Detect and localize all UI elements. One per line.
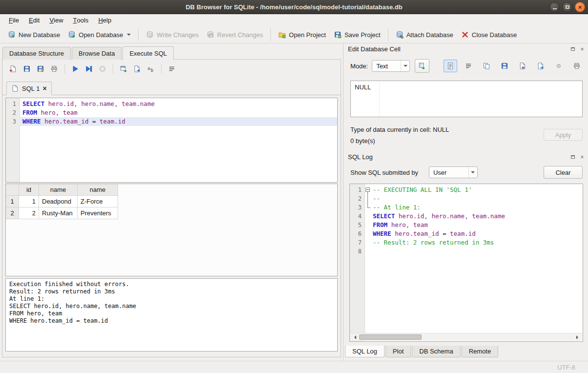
export-icon — [133, 65, 141, 73]
tab-database-structure[interactable]: Database Structure — [2, 47, 71, 60]
copy-button[interactable] — [480, 60, 493, 72]
line-number: 7 — [350, 238, 365, 247]
mode-combobox[interactable]: Text — [372, 60, 410, 72]
menu-help[interactable]: Help — [93, 14, 116, 26]
fold-collapse-icon[interactable] — [365, 187, 370, 192]
row-header[interactable]: 2 — [6, 207, 19, 219]
save-as-button[interactable] — [34, 62, 47, 75]
table-cell[interactable]: Z-Force — [78, 196, 118, 207]
open-sql-file-button[interactable] — [6, 62, 20, 75]
table-cell[interactable]: Rusty-Man — [39, 207, 78, 219]
dock-float-icon[interactable] — [569, 46, 576, 52]
column-header-name[interactable]: name — [78, 184, 118, 196]
save-sql-file-button[interactable] — [498, 60, 511, 72]
apply-button[interactable]: Apply — [544, 129, 583, 141]
log-line[interactable]: 4SELECT hero.id, hero.name, team.name — [350, 212, 583, 221]
tab-browse-data[interactable]: Browse Data — [72, 47, 122, 60]
save-project-icon — [334, 31, 342, 39]
toolbar-separator — [388, 28, 388, 41]
new-database-button[interactable]: New Database — [4, 29, 64, 41]
print-button[interactable] — [570, 60, 584, 72]
export-button[interactable] — [534, 60, 547, 72]
editor-line[interactable]: 3WHERE hero.team_id = team.id — [6, 117, 337, 126]
cell-content-editor[interactable]: NULL — [350, 81, 583, 117]
sql-log-view[interactable]: 1-- EXECUTING ALL IN 'SQL 1'2--3-- At li… — [349, 184, 583, 342]
print-button[interactable] — [47, 62, 61, 75]
minimize-button[interactable] — [549, 2, 560, 12]
word-wrap-button[interactable] — [462, 60, 475, 72]
log-line[interactable]: 7-- Result: 2 rows returned in 3ms — [350, 238, 583, 247]
log-line[interactable]: 8 — [350, 247, 583, 256]
scrollbar-thumb[interactable] — [359, 334, 422, 340]
attach-database-button[interactable]: Attach Database — [392, 29, 457, 41]
scrollbar-track[interactable] — [358, 333, 574, 341]
grid-corner[interactable] — [6, 184, 19, 196]
sql-tab[interactable]: SQL 1 × — [6, 82, 52, 95]
menu-view[interactable]: View — [44, 14, 68, 26]
log-line[interactable]: 2-- — [350, 194, 583, 203]
cell-size-text: 0 byte(s) — [350, 137, 375, 145]
maximize-button[interactable] — [562, 2, 572, 12]
import-icon — [519, 62, 527, 70]
column-header-name[interactable]: name — [39, 184, 78, 196]
menu-edit[interactable]: Edit — [24, 14, 44, 26]
titlebar[interactable]: DB Browser for SQLite - /home/user/code/… — [0, 0, 588, 14]
dock-close-icon[interactable]: × — [579, 154, 586, 160]
import-button[interactable] — [516, 60, 529, 72]
dropdown-caret-icon[interactable] — [127, 34, 131, 38]
table-cell[interactable]: Deadpond — [39, 196, 78, 207]
fold-margin[interactable] — [365, 186, 372, 194]
log-line[interactable]: 6WHERE hero.team_id = team.id — [350, 229, 583, 238]
menu-file[interactable]: File — [4, 14, 24, 26]
dock-close-icon[interactable]: × — [579, 46, 586, 52]
results-grid[interactable]: idnamename11DeadpondZ-Force22Rusty-ManPr… — [5, 184, 338, 276]
tab-remote[interactable]: Remote — [462, 346, 499, 357]
save-sql-file-button[interactable] — [20, 62, 34, 75]
column-header-id[interactable]: id — [19, 184, 39, 196]
tab-sql-log[interactable]: SQL Log — [345, 346, 385, 357]
editor-line[interactable]: 2FROM hero, team — [6, 108, 337, 117]
execute-all-button[interactable] — [68, 62, 82, 75]
word-wrap-button[interactable] — [165, 62, 179, 75]
tab-plot[interactable]: Plot — [385, 346, 411, 357]
save-sql-file-icon — [23, 65, 31, 73]
import-from-file-button[interactable] — [415, 59, 429, 73]
copy-icon — [483, 62, 490, 70]
close-button[interactable]: × — [575, 2, 585, 12]
toolbar-separator — [64, 64, 65, 73]
sql-tab-close-icon[interactable]: × — [42, 85, 46, 91]
horizontal-scrollbar[interactable] — [350, 333, 582, 341]
scroll-left-icon[interactable] — [350, 333, 358, 341]
row-header[interactable]: 1 — [6, 196, 19, 207]
editor-line[interactable]: 1SELECT hero.id, hero.name, team.name — [6, 100, 337, 108]
table-cell[interactable]: 2 — [19, 207, 39, 219]
table-cell[interactable]: Preventers — [78, 207, 118, 219]
log-filter-combobox[interactable]: User — [429, 166, 478, 178]
fold-margin — [365, 238, 372, 247]
text-mode-button[interactable] — [444, 60, 457, 72]
save-project-button[interactable]: Save Project — [330, 29, 385, 41]
sql-editor[interactable]: 1SELECT hero.id, hero.name, team.name2FR… — [5, 98, 338, 183]
log-line[interactable]: 5FROM hero, team — [350, 221, 583, 229]
export-button[interactable] — [130, 62, 144, 75]
close-database-button[interactable]: Close Database — [457, 29, 521, 41]
log-filter-value: User — [433, 169, 446, 176]
dock-float-icon[interactable] — [569, 154, 576, 160]
execute-line-button[interactable] — [82, 62, 96, 75]
log-line[interactable]: 1-- EXECUTING ALL IN 'SQL 1' — [350, 186, 583, 194]
scroll-right-icon[interactable] — [574, 333, 582, 341]
new-window-button[interactable] — [117, 62, 130, 75]
clear-log-button[interactable]: Clear — [544, 166, 583, 179]
table-row: 11DeadpondZ-Force — [6, 196, 118, 207]
log-line[interactable]: 3-- At line 1: — [350, 203, 583, 212]
tab-execute-sql[interactable]: Execute SQL — [122, 46, 174, 60]
tab-db-schema[interactable]: DB Schema — [412, 346, 460, 357]
format-sql-icon: ab — [147, 65, 155, 73]
set-null-button[interactable] — [552, 60, 566, 72]
open-project-button[interactable]: Open Project — [274, 29, 330, 41]
menu-tools[interactable]: Tools — [68, 14, 94, 26]
table-cell[interactable]: 1 — [19, 196, 39, 207]
open-database-button[interactable]: Open Database — [64, 29, 135, 41]
line-number: 3 — [350, 203, 365, 212]
format-sql-button[interactable]: ab — [144, 62, 158, 75]
